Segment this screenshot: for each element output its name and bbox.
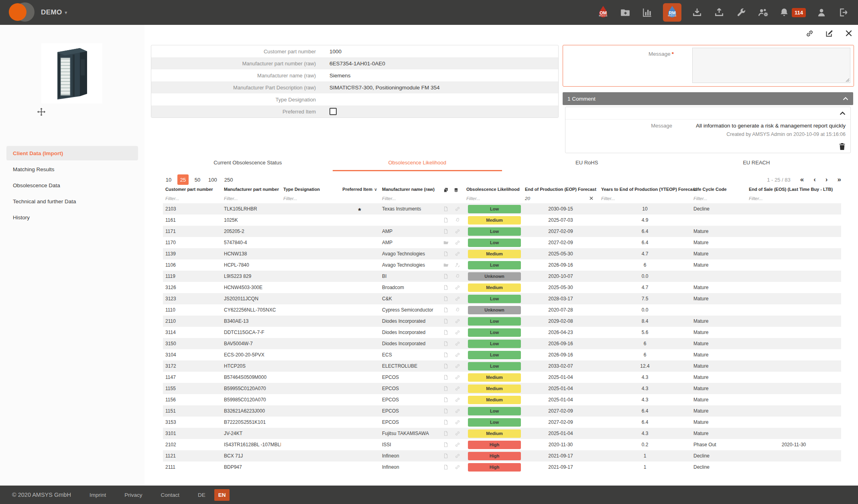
cell-manufacturer-part-number[interactable]: HTCP20S (222, 363, 281, 369)
comment-collapse-bar[interactable] (565, 107, 850, 119)
table-row[interactable]: 2111BDP947InfineonHigh2021-09-171Decline (163, 461, 841, 473)
import-button[interactable] (691, 6, 703, 19)
lang-de-button[interactable]: DE (198, 492, 205, 498)
cell-customer-part-number[interactable]: 1171 (163, 229, 222, 234)
link-icon[interactable] (451, 352, 464, 358)
link-icon[interactable] (451, 408, 464, 414)
cell-manufacturer-part-number[interactable]: B340AE-13 (222, 318, 281, 324)
table-row[interactable]: 3126HCNW4503-300EBroadcomMedium2025-05-3… (163, 282, 841, 293)
link-icon[interactable] (451, 453, 464, 459)
footer-link-imprint[interactable]: Imprint (89, 492, 106, 498)
cell-manufacturer-part-number[interactable]: BDP947 (222, 464, 281, 470)
close-button[interactable] (844, 29, 853, 38)
sidebar-item-history[interactable]: History (6, 210, 138, 225)
page-size-250[interactable]: 250 (222, 174, 235, 185)
tab-eu-reach[interactable]: EU REACH (672, 160, 842, 171)
column-header-yteop[interactable]: Years to End of Production (YTEOP) Forec… (599, 187, 691, 201)
document-icon[interactable] (441, 419, 451, 425)
document-icon[interactable] (441, 273, 451, 279)
table-row[interactable]: 1155B59955C0120A070EPCOSMedium2025-01-04… (163, 383, 841, 394)
sidebar-item-matching-results[interactable]: Matching Results (6, 162, 138, 176)
cell-manufacturer-part-number[interactable]: HCPL-7840 (222, 262, 281, 268)
link-icon[interactable] (451, 341, 464, 346)
filter-input[interactable]: Filter... (693, 195, 746, 201)
document-icon[interactable] (441, 453, 451, 459)
preferred-item-checkbox[interactable] (329, 108, 337, 115)
cell-customer-part-number[interactable]: 3153 (163, 419, 222, 425)
cell-customer-part-number[interactable]: 1155 (163, 386, 222, 391)
filter-input[interactable]: Filter... (466, 195, 523, 201)
column-header-type[interactable]: Type DesignationFilter... (281, 187, 337, 201)
cell-customer-part-number[interactable]: 3126 (163, 285, 222, 290)
cell-manufacturer-part-number[interactable]: HCNW138 (222, 251, 281, 257)
delete-comment-button[interactable] (839, 143, 846, 150)
cell-customer-part-number[interactable]: 1139 (163, 251, 222, 257)
page-size-25[interactable]: 25 (177, 174, 189, 185)
cell-customer-part-number[interactable]: 1156 (163, 397, 222, 403)
table-row[interactable]: 1121BCX 71JInfineonHigh2021-09-171Declin… (163, 450, 841, 461)
link-icon[interactable] (451, 397, 464, 403)
add-folder-button[interactable] (619, 6, 632, 19)
cell-manufacturer-part-number[interactable]: BCX 71J (222, 453, 281, 459)
document-icon[interactable] (441, 296, 451, 302)
cell-customer-part-number[interactable]: 3150 (163, 341, 222, 346)
column-header-cpn[interactable]: Customer part numberFilter... (163, 187, 222, 201)
cell-manufacturer-part-number[interactable]: 1025K (222, 217, 281, 223)
cell-manufacturer-part-number[interactable]: B59985C0120A070 (222, 397, 281, 403)
column-header-src[interactable] (451, 187, 464, 193)
link-icon[interactable] (451, 330, 464, 335)
cell-customer-part-number[interactable]: 3172 (163, 363, 222, 369)
settings-button[interactable] (735, 6, 748, 19)
folder-icon[interactable] (441, 240, 451, 245)
document-icon[interactable] (441, 386, 451, 391)
page-size-10[interactable]: 10 (163, 174, 174, 185)
useredit-icon[interactable] (451, 262, 464, 268)
document-icon[interactable] (441, 229, 451, 234)
cell-manufacturer-part-number[interactable]: HCNW4503-300E (222, 285, 281, 290)
clear-filter-icon[interactable] (590, 196, 593, 200)
link-icon[interactable] (451, 442, 464, 447)
table-row[interactable]: 1156B59985C0120A070EPCOSMedium2025-01-04… (163, 394, 841, 405)
filter-input[interactable]: Filter... (224, 195, 281, 201)
column-header-likelihood[interactable]: Obsolescence LikelihoodFilter... (464, 187, 523, 201)
table-row[interactable]: 3123JS202011JCQNC&KLow2028-03-177.5Matur… (163, 293, 841, 304)
table-row[interactable]: 3104ECS-200-20-5PVXECSLow2026-09-166Matu… (163, 349, 841, 360)
column-header-eos[interactable]: End of Sale (EOS) (Last Time Buy - LTB)F… (746, 187, 841, 201)
document-icon[interactable] (441, 397, 451, 403)
page-size-100[interactable]: 100 (206, 174, 219, 185)
link-icon[interactable] (451, 363, 464, 369)
table-row[interactable]: 1171205205-2AMPLow2027-02-096.4Mature (163, 226, 841, 237)
amsys-logo[interactable] (6, 1, 36, 24)
cell-customer-part-number[interactable]: 2102 (163, 442, 222, 447)
hand-icon[interactable] (451, 307, 464, 313)
edit-button[interactable] (825, 29, 834, 38)
table-row[interactable]: 1119L9IS223 829BIUnknown2020-10-070.0 (163, 271, 841, 282)
cell-customer-part-number[interactable]: 3114 (163, 330, 222, 335)
column-header-mfr[interactable]: Manufacturer name (raw)Filter... (380, 187, 441, 201)
cell-manufacturer-part-number[interactable]: TLK105LRHBR (222, 206, 281, 212)
first-page-button[interactable]: « (800, 176, 804, 183)
hand-icon[interactable] (451, 217, 464, 223)
notifications-button[interactable]: 114 (779, 7, 806, 18)
column-header-mpn[interactable]: Manufacturer part numberFilter... (222, 187, 281, 201)
cell-manufacturer-part-number[interactable]: B59955C0120A070 (222, 386, 281, 391)
link-button[interactable] (805, 29, 814, 38)
filter-input[interactable]: Filter... (382, 195, 441, 201)
link-icon[interactable] (451, 251, 464, 257)
column-header-lcc[interactable]: Life Cycle CodeFilter... (691, 187, 746, 201)
document-icon[interactable] (441, 206, 451, 212)
table-row[interactable]: 3114DDTC115GCA-7-FDiodes IncorporatedLow… (163, 327, 841, 338)
link-icon[interactable] (451, 431, 464, 436)
table-row[interactable]: 1110CY622256NLL-70SNXCCypress Semiconduc… (163, 304, 841, 316)
cell-manufacturer-part-number[interactable]: JS202011JCQN (222, 296, 281, 302)
sidebar-item-obsolescence-data[interactable]: Obsolescence Data (6, 178, 138, 192)
cell-manufacturer-part-number[interactable]: CY622256NLL-70SNXC (222, 307, 281, 313)
link-icon[interactable] (451, 285, 464, 290)
table-row[interactable]: 3172HTCP20SELECTROLUBELow2033-02-0712.4M… (163, 360, 841, 372)
link-icon[interactable] (451, 206, 464, 212)
cell-manufacturer-part-number[interactable]: BAV5004W-7 (222, 341, 281, 346)
document-icon[interactable] (441, 431, 451, 436)
cell-customer-part-number[interactable]: 1106 (163, 262, 222, 268)
cell-customer-part-number[interactable]: 1121 (163, 453, 222, 459)
comments-section-header[interactable]: 1 Comment (563, 92, 853, 105)
